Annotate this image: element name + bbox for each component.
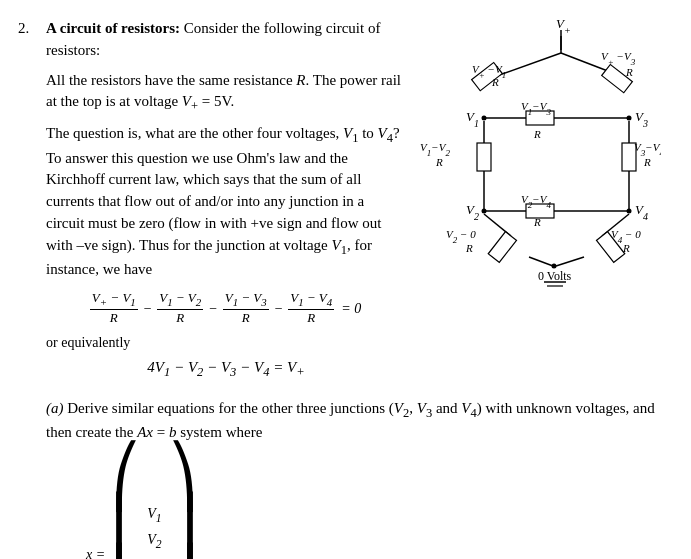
svg-line-41 <box>529 257 553 266</box>
para2: The question is, what are the other four… <box>46 123 406 280</box>
resistor-v1-v2 <box>477 143 491 171</box>
big-equation: 4V1 − V2 − V3 − V4 = V+ <box>46 359 406 380</box>
main-equation: V+ − V1 R − V1 − V2 R − V1 − V3 R <box>46 290 406 327</box>
svg-text:V+: V+ <box>556 18 571 36</box>
matrix-values: V1 V2 V3 V4 <box>141 499 167 559</box>
title: A circuit of resistors: <box>46 20 180 36</box>
svg-text:V3: V3 <box>635 109 648 129</box>
resistor-v2-gnd <box>488 232 516 263</box>
problem-content: A circuit of resistors: Consider the fol… <box>46 18 673 559</box>
problem-number: 2. <box>18 18 46 559</box>
frac3: V1 − V3 R <box>223 290 269 327</box>
bracket-open: ⎛⎜⎜⎝ <box>111 452 141 559</box>
svg-rect-16 <box>477 143 491 171</box>
problem-container: 2. A circuit of resistors: Consider the … <box>18 18 673 559</box>
circuit-diagram: V+ <box>416 18 666 278</box>
svg-point-49 <box>552 264 557 269</box>
matrix-equation: x = ⎛⎜⎜⎝ V1 V2 V3 V4 ⎞⎟⎟⎠ <box>86 452 673 559</box>
frac2: V1 − V2 R <box>157 290 203 327</box>
frac4: V1 − V4 R <box>288 290 334 327</box>
svg-text:R: R <box>643 156 651 168</box>
text-area: A circuit of resistors: Consider the fol… <box>46 18 416 390</box>
circuit-svg: V+ <box>416 18 661 288</box>
part-a: (a) Derive similar equations for the oth… <box>46 398 673 559</box>
svg-text:V2: V2 <box>466 202 479 222</box>
para1: All the resistors have the same resistan… <box>46 70 406 116</box>
svg-text:R: R <box>435 156 443 168</box>
svg-text:R: R <box>465 242 473 254</box>
svg-text:R: R <box>625 66 633 78</box>
svg-text:0 Volts: 0 Volts <box>538 269 572 283</box>
svg-text:R: R <box>622 242 630 254</box>
svg-text:V4: V4 <box>635 202 648 222</box>
bracket-close: ⎞⎟⎟⎠ <box>168 452 198 559</box>
svg-text:V1: V1 <box>466 109 479 129</box>
svg-text:R: R <box>533 128 541 140</box>
svg-text:R: R <box>533 216 541 228</box>
svg-line-46 <box>556 257 584 266</box>
top-row: A circuit of resistors: Consider the fol… <box>46 18 673 390</box>
svg-text:R: R <box>491 76 499 88</box>
svg-rect-40 <box>488 232 516 263</box>
part-a-label: (a) <box>46 400 64 416</box>
eq-row: V+ − V1 R − V1 − V2 R − V1 − V3 R <box>88 290 364 327</box>
svg-text:V+ −V3: V+ −V3 <box>601 50 636 67</box>
or-equiv: or equivalently <box>46 333 406 353</box>
frac1: V+ − V1 R <box>90 290 138 327</box>
intro-para: A circuit of resistors: Consider the fol… <box>46 18 406 62</box>
